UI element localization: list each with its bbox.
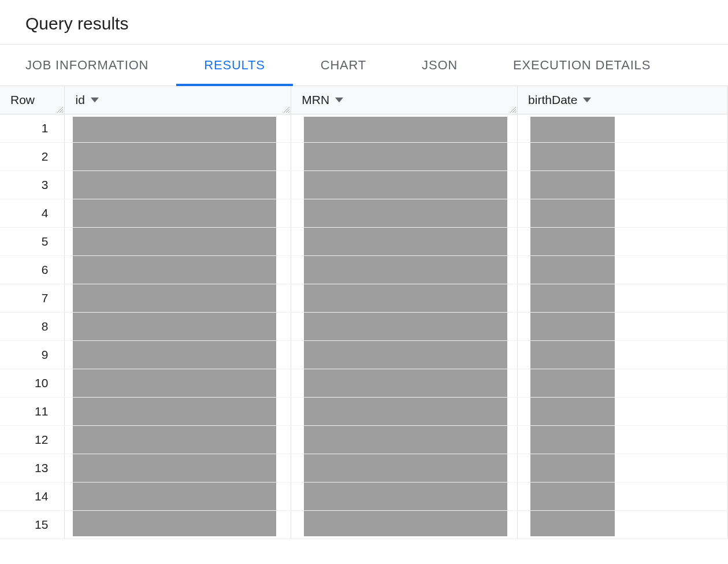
row-number-cell: 8 — [0, 312, 65, 340]
cell-id — [65, 199, 291, 227]
redacted-value — [304, 369, 507, 397]
redacted-value — [73, 398, 276, 425]
cell-mrn — [291, 199, 518, 227]
cell-mrn — [291, 142, 518, 170]
cell-id — [65, 340, 291, 369]
column-label: Row — [10, 93, 35, 107]
redacted-value — [73, 199, 276, 227]
redacted-value — [73, 284, 276, 312]
chevron-down-icon — [335, 96, 343, 104]
row-number-cell: 3 — [0, 170, 65, 199]
chevron-down-icon — [583, 96, 591, 104]
redacted-value — [304, 511, 507, 536]
redacted-value — [530, 199, 615, 227]
redacted-value — [530, 228, 615, 255]
cell-id — [65, 510, 291, 539]
column-header-mrn[interactable]: MRN — [291, 86, 518, 114]
redacted-value — [304, 426, 507, 454]
cell-bd — [518, 425, 728, 454]
redacted-value — [73, 511, 276, 536]
redacted-value — [304, 284, 507, 312]
table-row: 15 — [0, 510, 728, 539]
cell-bd — [518, 482, 728, 510]
cell-id — [65, 397, 291, 425]
cell-mrn — [291, 170, 518, 199]
row-number-cell: 1 — [0, 114, 65, 142]
cell-mrn — [291, 312, 518, 340]
resize-handle-icon[interactable] — [56, 106, 63, 113]
cell-mrn — [291, 397, 518, 425]
page-title: Query results — [25, 14, 703, 34]
cell-id — [65, 255, 291, 284]
cell-id — [65, 114, 291, 142]
redacted-value — [304, 143, 507, 170]
tab-label: RESULTS — [204, 58, 265, 73]
row-number-cell: 12 — [0, 425, 65, 454]
column-header-birthdate[interactable]: birthDate — [518, 86, 728, 114]
redacted-value — [73, 426, 276, 454]
row-number-cell: 14 — [0, 482, 65, 510]
cell-id — [65, 425, 291, 454]
table-row: 12 — [0, 425, 728, 454]
redacted-value — [73, 313, 276, 340]
redacted-value — [304, 454, 507, 482]
redacted-value — [73, 117, 276, 142]
tab-label: CHART — [321, 58, 366, 73]
row-number-cell: 7 — [0, 284, 65, 312]
cell-bd — [518, 454, 728, 482]
column-label: MRN — [302, 93, 329, 107]
column-header-id[interactable]: id — [65, 86, 291, 114]
redacted-value — [530, 454, 615, 482]
tab-chart[interactable]: CHART — [293, 44, 394, 86]
redacted-value — [530, 143, 615, 170]
table-row: 5 — [0, 227, 728, 255]
table-row: 1 — [0, 114, 728, 142]
column-label: birthDate — [528, 93, 577, 107]
cell-mrn — [291, 114, 518, 142]
tab-job-information[interactable]: JOB INFORMATION — [25, 44, 176, 86]
redacted-value — [73, 256, 276, 284]
tab-results[interactable]: RESULTS — [176, 44, 292, 86]
cell-id — [65, 227, 291, 255]
row-number-cell: 6 — [0, 255, 65, 284]
cell-id — [65, 312, 291, 340]
redacted-value — [530, 256, 615, 284]
tab-json[interactable]: JSON — [394, 44, 485, 86]
results-tabs: JOB INFORMATION RESULTS CHART JSON EXECU… — [0, 44, 728, 86]
cell-mrn — [291, 284, 518, 312]
results-table: Row id — [0, 86, 728, 539]
resize-handle-icon[interactable] — [509, 106, 516, 113]
cell-id — [65, 142, 291, 170]
cell-mrn — [291, 454, 518, 482]
redacted-value — [530, 483, 615, 510]
cell-mrn — [291, 510, 518, 539]
cell-bd — [518, 397, 728, 425]
redacted-value — [304, 483, 507, 510]
redacted-value — [530, 511, 615, 536]
cell-bd — [518, 369, 728, 397]
redacted-value — [304, 313, 507, 340]
cell-bd — [518, 170, 728, 199]
row-number-cell: 11 — [0, 397, 65, 425]
resize-handle-icon[interactable] — [283, 106, 289, 113]
row-number-cell: 4 — [0, 199, 65, 227]
row-number-cell: 5 — [0, 227, 65, 255]
table-row: 10 — [0, 369, 728, 397]
redacted-value — [73, 369, 276, 397]
header-row: Row id — [0, 86, 728, 114]
tab-execution-details[interactable]: EXECUTION DETAILS — [485, 44, 678, 86]
cell-id — [65, 454, 291, 482]
cell-id — [65, 482, 291, 510]
cell-bd — [518, 255, 728, 284]
column-header-row[interactable]: Row — [0, 86, 65, 114]
redacted-value — [530, 117, 615, 142]
cell-id — [65, 284, 291, 312]
table-row: 9 — [0, 340, 728, 369]
cell-mrn — [291, 340, 518, 369]
cell-mrn — [291, 369, 518, 397]
redacted-value — [530, 171, 615, 199]
row-number-cell: 13 — [0, 454, 65, 482]
cell-id — [65, 369, 291, 397]
redacted-value — [73, 228, 276, 255]
table-row: 3 — [0, 170, 728, 199]
